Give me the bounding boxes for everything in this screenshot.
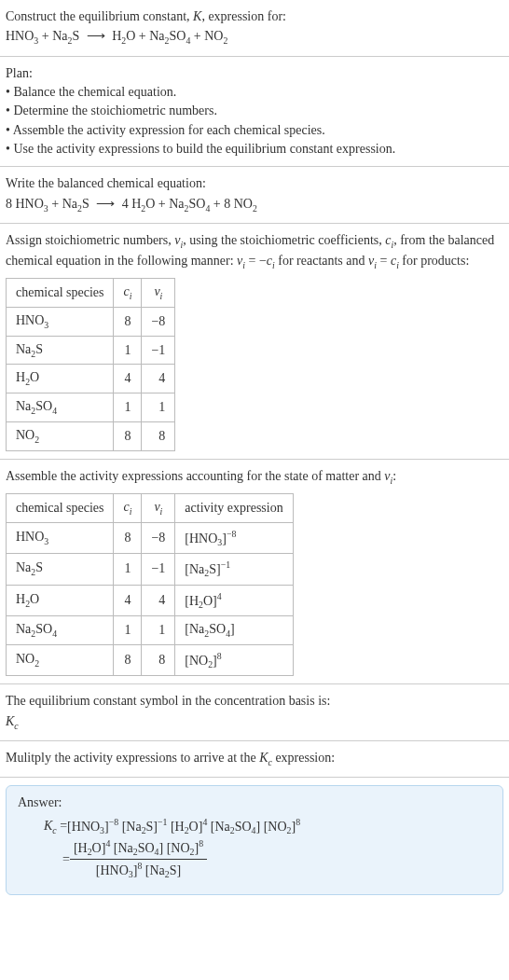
activity-table: chemical species ci νi activity expressi… [6,493,294,676]
species-na2so4: Na2SO4 [169,197,210,211]
table-header-row: chemical species ci νi [7,279,175,308]
table-row: H2O 4 4 [H2O]4 [7,585,294,615]
multiply-section: Mulitply the activity expressions to arr… [0,741,509,778]
plus: + [139,29,149,43]
cell-v: 4 [142,365,175,393]
cell-species: NO2 [7,422,114,451]
cell-species: Na2SO4 [7,393,114,422]
cell-activity: [NO2]8 [175,644,293,675]
table-row: Na2S 1 −1 [Na2S]−1 [7,554,294,585]
species-na2s: Na2S [62,197,89,211]
table-row: Na2S 1 −1 [7,336,175,365]
answer-box: Answer: Kc = [HNO3]−8 [Na2S]−1 [H2O]4 [N… [6,785,503,895]
species-h2o: H2O [112,29,135,43]
table-header-row: chemical species ci νi activity expressi… [7,493,294,522]
cell-c: 8 [114,307,142,336]
plan-bullet: • Determine the stoichiometric numbers. [6,102,503,120]
table-row: NO2 8 8 [NO2]8 [7,644,294,675]
cell-species: H2O [7,585,114,615]
reaction-arrow-icon: ⟶ [92,197,118,211]
species-no2: NO2 [234,197,257,211]
intro-section: Construct the equilibrium constant, K, e… [0,0,509,57]
species-na2so4: Na2SO4 [149,29,190,43]
cell-species: HNO3 [7,307,114,336]
plan-bullet: • Balance the chemical equation. [6,83,503,102]
coef: 8 [6,197,16,211]
intro-line1: Construct the equilibrium constant, K, e… [6,7,503,26]
cell-v: 1 [142,615,175,644]
col-species: chemical species [7,279,114,308]
answer-title: Answer: [18,795,491,810]
plan-bullet: • Use the activity expressions to build … [6,140,503,159]
table-row: HNO3 8 −8 [HNO3]−8 [7,522,294,553]
symbol-section: The equilibrium constant symbol in the c… [0,684,509,741]
assign-section: Assign stoichiometric numbers, νi, using… [0,224,509,460]
col-activity: activity expression [175,493,293,522]
table-row: Na2SO4 1 1 [Na2SO4] [7,615,294,644]
species-no2: NO2 [204,29,227,43]
cell-v: 1 [142,393,175,422]
assemble-text: Assemble the activity expressions accoun… [6,467,503,488]
plus: + [158,197,169,211]
cell-c: 1 [114,336,142,365]
species-na2s: Na2S [52,29,79,43]
plus: + [42,29,52,43]
answer-line1: Kc = [HNO3]−8 [Na2S]−1 [H2O]4 [Na2SO4] [… [44,816,491,837]
cell-activity: [Na2SO4] [175,615,293,644]
balanced-title: Write the balanced chemical equation: [6,174,503,193]
col-vi: νi [142,279,175,308]
unbalanced-equation: HNO3 + Na2S ⟶ H2O + Na2SO4 + NO2 [6,26,503,48]
answer-line2: = [H2O]4 [Na2SO4] [NO2]8 [HNO3]8 [Na2S] [44,837,491,881]
cell-c: 8 [114,522,142,553]
table-row: NO2 8 8 [7,422,175,451]
balanced-equation: 8 HNO3 + Na2S ⟶ 4 H2O + Na2SO4 + 8 NO2 [6,194,503,215]
species-h2o: H2O [131,197,155,211]
table-row: Na2SO4 1 1 [7,393,175,422]
cell-species: NO2 [7,644,114,675]
assign-text: Assign stoichiometric numbers, νi, using… [6,231,503,272]
answer-equation: Kc = [HNO3]−8 [Na2S]−1 [H2O]4 [Na2SO4] [… [18,816,491,881]
table-row: H2O 4 4 [7,365,175,393]
coef: 8 [224,197,234,211]
col-species: chemical species [7,493,114,522]
cell-v: 8 [142,644,175,675]
cell-activity: [H2O]4 [175,585,293,615]
plan-title: Plan: [6,64,503,83]
intro-text-post: , expression for: [201,9,286,23]
cell-c: 4 [114,585,142,615]
cell-c: 1 [114,554,142,585]
kc-symbol: Kc [6,711,503,733]
plus: + [51,197,62,211]
col-ci: ci [114,493,142,522]
cell-species: Na2S [7,336,114,365]
cell-c: 1 [114,393,142,422]
symbol-text: The equilibrium constant symbol in the c… [6,692,503,711]
plan-bullet: • Assemble the activity expression for e… [6,121,503,140]
cell-v: −8 [142,522,175,553]
col-ci: ci [114,279,142,308]
assemble-section: Assemble the activity expressions accoun… [0,460,509,684]
plus: + [194,29,204,43]
reaction-arrow-icon: ⟶ [83,29,109,43]
cell-species: Na2SO4 [7,615,114,644]
cell-c: 4 [114,365,142,393]
cell-v: −1 [142,336,175,365]
fraction: [H2O]4 [Na2SO4] [NO2]8 [HNO3]8 [Na2S] [70,837,207,881]
coef: 4 [122,197,132,211]
species-hno3: HNO3 [16,197,48,211]
balanced-section: Write the balanced chemical equation: 8 … [0,167,509,224]
cell-v: −8 [142,307,175,336]
multiply-text: Mulitply the activity expressions to arr… [6,749,503,769]
cell-activity: [HNO3]−8 [175,522,293,553]
cell-c: 8 [114,644,142,675]
cell-species: H2O [7,365,114,393]
cell-c: 1 [114,615,142,644]
cell-species: HNO3 [7,522,114,553]
species-hno3: HNO3 [6,29,38,43]
cell-v: 8 [142,422,175,451]
stoichiometry-table: chemical species ci νi HNO3 8 −8 Na2S 1 … [6,278,175,451]
fraction-numerator: [H2O]4 [Na2SO4] [NO2]8 [70,837,207,860]
intro-text-pre: Construct the equilibrium constant, [6,9,193,23]
fraction-denominator: [HNO3]8 [Na2S] [70,860,207,881]
plan-section: Plan: • Balance the chemical equation. •… [0,57,509,167]
